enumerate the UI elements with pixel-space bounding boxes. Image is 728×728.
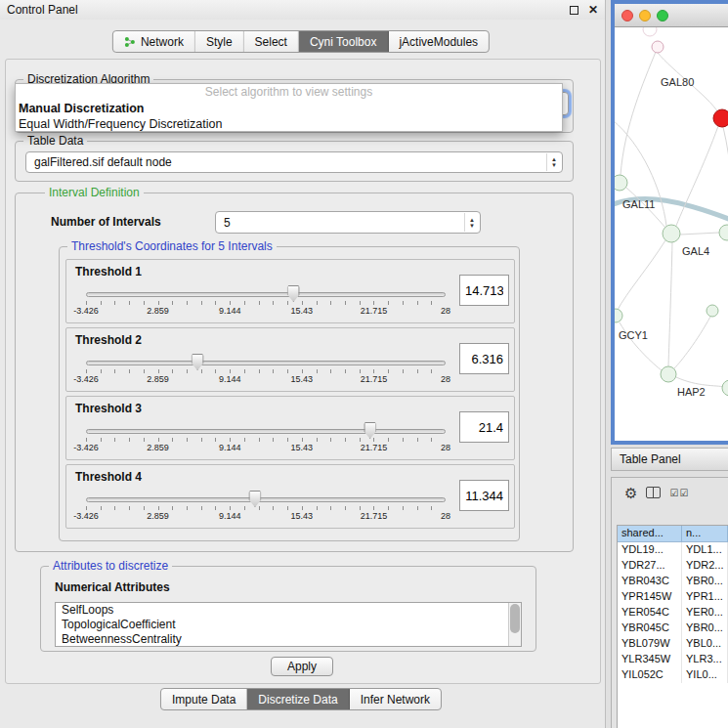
- slider-track[interactable]: [86, 292, 446, 297]
- tab-select[interactable]: Select: [244, 31, 299, 52]
- slider-track[interactable]: [86, 497, 446, 502]
- table-row[interactable]: YPR145WYPR1...: [618, 589, 728, 605]
- cell[interactable]: YIL052C: [618, 667, 682, 683]
- float-window-icon[interactable]: [570, 6, 578, 15]
- list-item[interactable]: BetweennessCentrality: [56, 632, 521, 647]
- cell[interactable]: YDR27...: [618, 558, 682, 574]
- cell[interactable]: YBR0...: [682, 574, 728, 589]
- tab-cyni-toolbox[interactable]: Cyni Toolbox: [299, 31, 388, 52]
- tab-discretize-data[interactable]: Discretize Data: [247, 689, 349, 709]
- slider-thumb[interactable]: [287, 285, 300, 302]
- network-node[interactable]: [713, 109, 728, 127]
- cell[interactable]: YLR3...: [682, 652, 728, 667]
- table-row[interactable]: YLR345WYLR3...: [618, 652, 728, 667]
- network-edge[interactable]: [621, 52, 656, 175]
- numerical-attributes-label: Numerical Attributes: [55, 580, 170, 594]
- cell[interactable]: YDL19...: [618, 542, 682, 558]
- network-node[interactable]: [615, 309, 622, 322]
- cell[interactable]: YER054C: [618, 605, 682, 621]
- network-edge[interactable]: [674, 317, 710, 368]
- cell[interactable]: YBR043C: [618, 574, 682, 589]
- column-header[interactable]: n...: [682, 526, 728, 542]
- tab-network[interactable]: Network: [113, 31, 195, 52]
- table-row[interactable]: YBL079WYBL0...: [618, 636, 728, 652]
- tab-label: Select: [255, 35, 287, 49]
- list-scrollbar[interactable]: [508, 603, 521, 646]
- threshold-2-slider[interactable]: -3.426 2.859 9.144 15.43 21.715 28: [86, 354, 446, 387]
- slider-track[interactable]: [86, 361, 446, 365]
- list-item[interactable]: TopologicalCoefficient: [56, 618, 521, 632]
- cell[interactable]: YDL1...: [682, 542, 728, 558]
- cell[interactable]: YPR1...: [682, 589, 728, 605]
- cyni-toolbox-panel: Discretization Algorithm ▲▼ Select algor…: [5, 59, 601, 684]
- threshold-1-value-input[interactable]: [459, 275, 509, 306]
- slider-track[interactable]: [86, 429, 446, 434]
- network-node[interactable]: [722, 380, 728, 396]
- zoom-button[interactable]: [657, 10, 668, 21]
- table-header-row: shared... n...: [618, 526, 728, 542]
- combobox-arrows-icon[interactable]: ▲▼: [546, 153, 561, 171]
- table-row[interactable]: YBR043CYBR0...: [618, 574, 728, 589]
- network-edge[interactable]: [668, 242, 672, 366]
- threshold-2-value-input[interactable]: [459, 343, 509, 374]
- network-node[interactable]: [652, 41, 664, 53]
- combobox-value: galFiltered.sif default node: [34, 155, 172, 169]
- close-icon[interactable]: ✕: [588, 5, 598, 16]
- network-node[interactable]: [707, 305, 718, 317]
- cell[interactable]: YPR145W: [618, 589, 682, 605]
- scrollbar-thumb[interactable]: [510, 604, 520, 633]
- cell[interactable]: YBL079W: [618, 636, 682, 652]
- table-row[interactable]: YDL19...YDL1...: [618, 542, 728, 558]
- dropdown-option-manual-discretization[interactable]: Manual Discretization: [16, 101, 562, 116]
- cell[interactable]: YBR045C: [618, 621, 682, 636]
- apply-button[interactable]: Apply: [271, 657, 333, 676]
- threshold-1-slider[interactable]: -3.426 2.859 9.144 15.43 21.715 28: [86, 285, 446, 319]
- table-panel-header[interactable]: Table Panel: [611, 448, 728, 471]
- gear-icon[interactable]: ⚙: [624, 486, 637, 500]
- cell[interactable]: YLR345W: [618, 652, 682, 667]
- table-data-combobox[interactable]: galFiltered.sif default node ▲▼: [25, 151, 563, 173]
- minimize-button[interactable]: [639, 10, 651, 21]
- table-row[interactable]: YBR045CYBR0...: [618, 621, 728, 636]
- number-of-intervals-combobox[interactable]: 5 ▲▼: [215, 211, 481, 234]
- tick-label: 15.43: [291, 511, 314, 521]
- cell[interactable]: YDR2...: [682, 558, 728, 574]
- slider-thumb[interactable]: [248, 491, 261, 507]
- tab-impute-data[interactable]: Impute Data: [161, 689, 247, 709]
- table-row[interactable]: YER054CYER0...: [618, 605, 728, 621]
- table-row[interactable]: YIL052CYIL0...: [618, 667, 728, 683]
- slider-thumb[interactable]: [364, 422, 376, 439]
- cell[interactable]: YBR0...: [682, 621, 728, 636]
- tab-style[interactable]: Style: [195, 31, 244, 52]
- list-item[interactable]: SelfLoops: [56, 603, 521, 618]
- table-row[interactable]: YDR27...YDR2...: [618, 558, 728, 574]
- dropdown-option-equal-width[interactable]: Equal Width/Frequency Discretization: [16, 116, 562, 132]
- table-panel-title: Table Panel: [620, 452, 681, 466]
- threshold-3-value-input[interactable]: [459, 411, 509, 443]
- network-edge[interactable]: [680, 233, 719, 235]
- network-node[interactable]: [663, 225, 680, 242]
- column-header[interactable]: shared...: [618, 526, 682, 542]
- select-rows-icon[interactable]: ☑☑: [669, 488, 689, 498]
- network-node[interactable]: [643, 27, 657, 36]
- threshold-3-slider[interactable]: -3.426 2.859 9.144 15.43 21.715 28: [86, 422, 446, 455]
- cell[interactable]: YER0...: [682, 605, 728, 621]
- threshold-4-slider[interactable]: -3.426 2.859 9.144 15.43 21.715 28: [86, 491, 446, 524]
- slider-thumb[interactable]: [192, 354, 204, 370]
- network-node[interactable]: [661, 366, 676, 382]
- cell[interactable]: YIL0...: [682, 667, 728, 683]
- attributes-listbox[interactable]: SelfLoops TopologicalCoefficient Between…: [55, 602, 522, 647]
- cell[interactable]: YBL0...: [682, 636, 728, 652]
- tab-jactivemodules[interactable]: jActiveModules: [388, 31, 489, 52]
- network-node[interactable]: [615, 175, 627, 191]
- network-edge[interactable]: [618, 240, 665, 310]
- threshold-4-value-input[interactable]: [459, 480, 509, 511]
- network-edge[interactable]: [723, 127, 728, 226]
- network-canvas[interactable]: GAL80GAL11GAL4GCY1HAP2: [615, 27, 728, 441]
- network-node[interactable]: [719, 225, 728, 240]
- close-button[interactable]: [621, 10, 633, 21]
- columns-icon[interactable]: [646, 487, 661, 498]
- combobox-arrows-icon[interactable]: ▲▼: [464, 213, 479, 232]
- tab-infer-network[interactable]: Infer Network: [350, 689, 441, 709]
- group-title: Attributes to discretize: [49, 559, 172, 573]
